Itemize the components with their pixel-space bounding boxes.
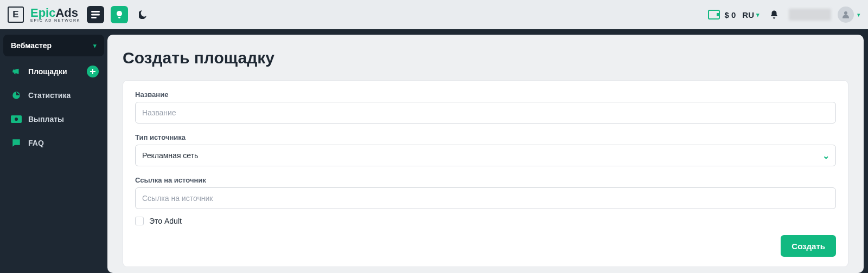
chevron-down-icon: ⌄ [822, 151, 829, 161]
sidebar-item-stats[interactable]: Статистика [3, 83, 104, 107]
adult-checkbox[interactable] [135, 217, 144, 225]
menu-icon [91, 11, 100, 18]
theme-toggle-button[interactable] [135, 6, 152, 23]
money-icon [11, 114, 22, 125]
balance-value: 0 [731, 10, 736, 20]
create-button[interactable]: Создать [781, 235, 836, 257]
source-link-input[interactable] [135, 187, 836, 209]
logo-word-a: Epic [30, 6, 55, 20]
tips-button[interactable] [111, 6, 128, 23]
source-link-label: Ссылка на источник [135, 176, 836, 184]
sidebar: Вебмастер ▾ Площадки Статистика Выплаты [0, 29, 107, 273]
sidebar-item-sites[interactable]: Площадки [3, 60, 104, 83]
wallet-balance[interactable]: $ 0 [708, 10, 736, 20]
megaphone-icon [11, 66, 22, 77]
person-icon [841, 10, 851, 20]
name-input[interactable] [135, 102, 836, 123]
source-type-select[interactable]: Рекламная сеть [135, 145, 836, 166]
chevron-down-icon: ▾ [93, 42, 97, 49]
logo-mark: E [8, 6, 24, 23]
main-content: Создать площадку Название Тип источника … [107, 35, 864, 273]
logo-tagline: EPIC AD NETWORK [30, 18, 80, 22]
wallet-icon [708, 10, 720, 20]
sidebar-group-label: Вебмастер [11, 41, 52, 50]
sidebar-item-label: Площадки [28, 67, 67, 76]
sidebar-item-label: Выплаты [28, 115, 64, 123]
svg-point-6 [15, 118, 18, 121]
create-site-form: Название Тип источника Рекламная сеть ⌄ … [123, 80, 848, 267]
plus-icon [90, 69, 95, 74]
lightbulb-icon [115, 10, 124, 19]
logo-text: EpicAds EPIC AD NETWORK [30, 7, 80, 22]
source-type-label: Тип источника [135, 133, 836, 141]
chevron-down-icon: ▾ [756, 11, 760, 18]
svg-rect-1 [91, 14, 100, 16]
menu-toggle-button[interactable] [87, 6, 104, 23]
account-menu[interactable]: ▾ [838, 6, 860, 23]
notifications-button[interactable] [766, 10, 782, 20]
app-header: E EpicAds EPIC AD NETWORK $ 0 RU ▾ [0, 0, 868, 29]
sidebar-group-webmaster[interactable]: Вебмастер ▾ [3, 35, 104, 56]
svg-point-3 [844, 11, 847, 15]
sidebar-item-label: Статистика [28, 91, 71, 100]
chevron-down-icon: ▾ [857, 11, 860, 18]
avatar [838, 6, 854, 23]
adult-checkbox-label[interactable]: Это Adult [149, 217, 182, 225]
source-type-value: Рекламная сеть [142, 151, 198, 160]
language-selector[interactable]: RU ▾ [742, 10, 760, 20]
balance-currency: $ [724, 10, 729, 20]
chat-icon [11, 138, 22, 148]
logo-word-b: Ads [55, 6, 78, 20]
chart-icon [11, 90, 22, 101]
sidebar-item-faq[interactable]: FAQ [3, 131, 104, 155]
page-title: Создать площадку [123, 49, 848, 67]
moon-icon [139, 10, 148, 19]
language-code: RU [742, 10, 754, 20]
add-site-button[interactable] [87, 66, 99, 77]
name-label: Название [135, 90, 836, 99]
user-name [789, 9, 831, 21]
bell-icon [769, 10, 779, 20]
sidebar-item-label: FAQ [28, 139, 44, 147]
svg-rect-0 [91, 11, 100, 12]
sidebar-item-payouts[interactable]: Выплаты [3, 107, 104, 131]
svg-rect-2 [91, 17, 97, 18]
